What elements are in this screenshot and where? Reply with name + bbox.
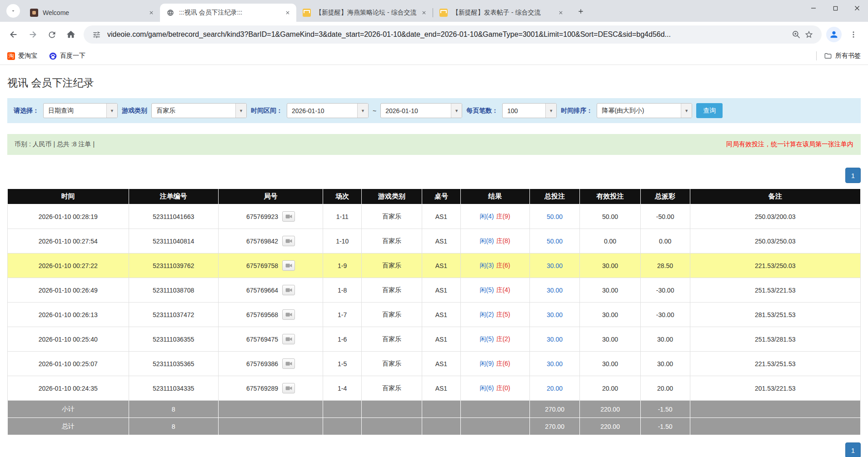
bet-table-body: 2026-01-10 00:28:19 523111041663 6757699… [8,204,861,401]
empty-cell [460,401,529,418]
query-type-select[interactable]: 日期查询 ▼ [43,103,118,118]
cell-game-type: 百家乐 [361,278,422,303]
date-start-value: 2026-01-10 [287,104,357,118]
replay-button[interactable] [282,236,295,246]
profile-button[interactable] [826,27,842,42]
replay-button[interactable] [282,334,295,344]
video-camera-icon [285,214,292,219]
cell-payout: 0.00 [640,229,690,253]
replay-button[interactable] [282,285,295,295]
refresh-icon [47,30,57,40]
cell-valid-bet: 30.00 [580,303,640,327]
refresh-button[interactable] [43,25,61,44]
tab-close-icon[interactable] [146,8,156,18]
maximize-button[interactable] [824,0,846,16]
video-camera-icon [285,337,292,342]
cell-valid-bet: 0.00 [580,229,640,253]
total-bet-link[interactable]: 30.00 [547,311,563,318]
per-page-select[interactable]: 100 ▼ [502,103,557,118]
subtotal-total-bet: 270.00 [529,401,580,418]
empty-cell [422,418,460,435]
cell-result: 闲(2)庄(5) [460,303,529,327]
total-bet-link[interactable]: 50.00 [547,238,563,245]
cell-time: 2026-01-10 00:25:07 [8,352,129,376]
bookmark-star-icon[interactable] [803,28,815,41]
tab-welcome[interactable]: Welcome [24,4,160,22]
replay-button[interactable] [282,211,295,222]
replay-button[interactable] [282,260,295,271]
cell-total-bet: 30.00 [529,352,580,376]
back-button[interactable] [5,25,23,44]
all-bookmarks-button[interactable]: 所有书签 [816,51,861,60]
total-bet-link[interactable]: 20.00 [547,385,563,392]
url-text[interactable]: videoie.com/game/betrecord_search/kind3?… [107,30,785,39]
site-controls-icon[interactable] [90,28,103,41]
minimize-button[interactable] [803,0,824,16]
tab-close-icon[interactable] [283,8,293,18]
chevron-down-icon: ▼ [545,104,556,118]
result-banker: 庄(9) [496,213,510,220]
bookmark-taobao[interactable]: 淘 爱淘宝 [7,52,37,60]
page-1-button[interactable]: 1 [845,442,861,457]
browser-toolbar: videoie.com/game/betrecord_search/kind3?… [0,22,868,47]
replay-button[interactable] [282,383,295,393]
column-header: 桌号 [422,189,460,204]
page-1-button[interactable]: 1 [845,168,861,183]
tab-title: 【新提醒】海燕策略论坛 - 综合交流 [315,9,416,17]
browser-menu-button[interactable] [844,25,863,44]
new-tab-button[interactable] [573,4,589,19]
empty-cell [361,418,422,435]
chevron-down-icon: ▼ [357,104,368,118]
tab-bet-record[interactable]: :::视讯 会员下注纪录::: [160,4,296,22]
address-bar[interactable]: videoie.com/game/betrecord_search/kind3?… [84,25,822,44]
welcome-favicon-icon [30,9,38,17]
total-bet-link[interactable]: 30.00 [547,336,563,343]
browser-window: Welcome :::视讯 会员下注纪录::: 【新提醒】海燕策略论坛 - 综合… [0,0,868,65]
cell-session: 1-8 [323,278,361,303]
page-content: 视讯 会员下注纪录 请选择： 日期查询 ▼ 游戏类别 百家乐 ▼ 时间区间： 2… [0,76,868,457]
cell-session: 1-5 [323,352,361,376]
cell-payout: -30.00 [640,278,690,303]
folder-icon [824,52,832,60]
tab-search-button[interactable] [6,4,20,18]
cell-round: 675769289 [218,376,323,401]
column-header: 场次 [323,189,361,204]
zoom-icon[interactable] [790,28,803,41]
notice-text: 同局有效投注，统一计算在该局第一张注单内 [726,140,853,149]
cell-result: 闲(5)庄(2) [460,327,529,352]
total-row: 总计 8 270.00 220.00 -1.50 [8,418,861,435]
chevron-down-icon: ▼ [681,104,692,118]
result-player: 闲(5) [480,286,494,293]
cell-total-bet: 30.00 [529,327,580,352]
replay-button[interactable] [282,358,295,369]
video-camera-icon [285,263,292,268]
tab-forum-2[interactable]: 【新提醒】发表帖子 - 综合交流 [433,4,569,22]
sort-select[interactable]: 降幂(由大到小) ▼ [597,103,692,118]
forward-button[interactable] [24,25,42,44]
replay-button[interactable] [282,309,295,320]
home-button[interactable] [62,25,80,44]
cell-session: 1-11 [323,204,361,229]
total-bet-link[interactable]: 30.00 [547,262,563,269]
total-bet-link[interactable]: 30.00 [547,287,563,294]
search-button[interactable]: 查询 [696,103,723,118]
tab-forum-1[interactable]: 【新提醒】海燕策略论坛 - 综合交流 [296,4,433,22]
close-window-button[interactable] [846,0,868,16]
tab-close-icon[interactable] [556,8,566,18]
date-end-select[interactable]: 2026-01-10 ▼ [380,103,462,118]
empty-cell [361,401,422,418]
cell-valid-bet: 30.00 [580,327,640,352]
tab-close-icon[interactable] [419,8,429,18]
cell-note: 251.53/221.53 [690,278,860,303]
date-start-select[interactable]: 2026-01-10 ▼ [287,103,369,118]
total-bet-link[interactable]: 50.00 [547,213,563,220]
empty-cell [218,418,323,435]
total-bet-link[interactable]: 30.00 [547,360,563,368]
game-type-select[interactable]: 百家乐 ▼ [151,103,247,118]
video-camera-icon [285,361,292,366]
bookmark-baidu[interactable]: 百度一下 [49,52,85,60]
cell-game-type: 百家乐 [361,352,422,376]
cell-bet-id: 523111034335 [129,376,218,401]
cell-table-number: AS1 [422,278,460,303]
cell-result: 闲(5)庄(4) [460,278,529,303]
